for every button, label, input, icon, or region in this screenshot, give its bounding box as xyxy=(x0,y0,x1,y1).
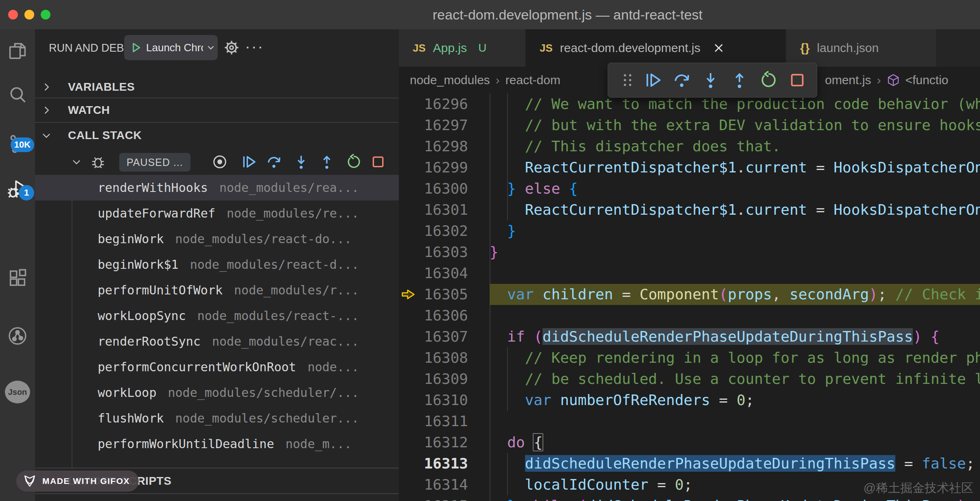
stack-frame[interactable]: workLoopnode_modules/scheduler/... xyxy=(35,380,399,405)
stack-frame[interactable]: performConcurrentWorkOnRootnode... xyxy=(35,354,399,380)
toolbar-drag-handle[interactable] xyxy=(622,73,633,87)
section-variables[interactable]: VARIABLES xyxy=(35,76,399,98)
section-breakpoints[interactable]: BREAKPOINTS xyxy=(35,493,399,501)
code-line[interactable]: 16312do { xyxy=(399,432,980,453)
code-token: = xyxy=(710,392,737,408)
code-token: props xyxy=(728,286,772,303)
breadcrumb-segment[interactable]: react-dom xyxy=(505,73,560,87)
stack-frame[interactable]: updateForwardRefnode_modules/re... xyxy=(35,200,399,226)
breadcrumb-segment[interactable]: oment.js xyxy=(825,73,871,87)
code-token: ; xyxy=(878,286,895,303)
stop-icon[interactable] xyxy=(370,154,386,170)
code-line[interactable]: 16298// This dispatcher does that. xyxy=(399,136,980,157)
code-line[interactable]: 16313didScheduleRenderPhaseUpdateDuringT… xyxy=(399,453,980,474)
chevron-down-icon[interactable] xyxy=(206,42,216,53)
stack-frame[interactable]: flushWorknode_modules/scheduler... xyxy=(35,405,399,431)
section-watch[interactable]: WATCH xyxy=(35,98,399,123)
code-token xyxy=(569,497,578,501)
close-icon[interactable] xyxy=(713,42,725,54)
code-token xyxy=(516,180,525,197)
step-into-icon[interactable] xyxy=(701,71,720,89)
breadcrumb-segment[interactable]: <functio xyxy=(905,73,948,87)
stack-frame[interactable]: performUnitOfWorknode_modules/r... xyxy=(35,277,399,303)
code-token: // but with the extra DEV validation to … xyxy=(525,117,980,133)
gifox-label: MADE WITH GIFOX xyxy=(42,476,130,486)
tab-app-js[interactable]: JS App.js U xyxy=(399,29,525,67)
frame-file-path: node_modules/reac... xyxy=(212,334,359,349)
code-line[interactable]: 16307if (didScheduleRenderPhaseUpdateDur… xyxy=(399,326,980,347)
breadcrumb-tail: oment.js › <functio xyxy=(825,67,948,94)
code-line[interactable]: 16297// but with the extra DEV validatio… xyxy=(399,115,980,136)
title-bar: react-dom.development.js — antd-react-te… xyxy=(0,0,980,30)
code-line[interactable]: 16309// be scheduled. Use a counter to p… xyxy=(399,368,980,390)
code-token: didScheduleRenderPhaseUpdateDuringThisPa… xyxy=(586,497,957,501)
gear-icon[interactable] xyxy=(223,39,240,56)
maximize-window-button[interactable] xyxy=(41,10,50,20)
code-line[interactable]: 16299ReactCurrentDispatcher$1.current = … xyxy=(399,157,980,178)
stack-frame[interactable]: renderRootSyncnode_modules/reac... xyxy=(35,329,399,354)
code-token: current xyxy=(746,201,807,218)
frame-file-path: node_modules/react-... xyxy=(197,309,359,323)
stack-frame[interactable]: beginWork$1node_modules/react-d... xyxy=(35,252,399,277)
code-line[interactable]: 16304 xyxy=(399,263,980,284)
restart-icon[interactable] xyxy=(759,71,778,89)
git-graph-icon[interactable] xyxy=(7,325,28,346)
stop-icon[interactable] xyxy=(788,71,807,89)
restart-icon[interactable] xyxy=(346,154,362,170)
code-token xyxy=(560,180,569,197)
session-chevron-down-icon[interactable] xyxy=(71,156,82,168)
code-line[interactable]: 16308// Keep rendering in a loop for as … xyxy=(399,347,980,368)
step-out-icon[interactable] xyxy=(730,71,749,89)
code-line[interactable]: 16301ReactCurrentDispatcher$1.current = … xyxy=(399,199,980,220)
code-token: = xyxy=(895,455,922,472)
launch-config-button[interactable]: Launch Chro xyxy=(124,35,218,60)
continue-icon[interactable] xyxy=(241,154,257,170)
line-number: 16304 xyxy=(399,263,468,284)
tab-react-dom-development-js[interactable]: JS react-dom.development.js xyxy=(526,29,785,67)
record-circle-icon[interactable] xyxy=(212,154,228,170)
variables-section-label: VARIABLES xyxy=(68,81,135,94)
chevron-right-icon xyxy=(41,105,52,116)
step-out-icon[interactable] xyxy=(319,154,335,170)
frame-file-path: node_modules/scheduler... xyxy=(175,411,359,425)
json-tools-label: Json xyxy=(8,388,27,397)
close-window-button[interactable] xyxy=(8,10,18,20)
code-token: ) xyxy=(957,497,966,501)
explorer-icon[interactable] xyxy=(7,41,28,62)
code-line[interactable]: 16300} else { xyxy=(399,178,980,199)
code-token: , xyxy=(772,286,790,303)
code-line[interactable]: 16310var numberOfReRenders = 0; xyxy=(399,390,980,411)
code-line[interactable]: 16311 xyxy=(399,411,980,432)
code-token: ; xyxy=(746,392,755,408)
stack-frame[interactable]: beginWorknode_modules/react-do... xyxy=(35,226,399,252)
step-over-icon[interactable] xyxy=(266,154,282,170)
start-debug-icon[interactable] xyxy=(130,41,142,54)
line-number: 16309 xyxy=(399,368,468,390)
section-call-stack[interactable]: CALL STACK xyxy=(35,123,399,148)
tab-launch-json[interactable]: {} launch.json xyxy=(786,29,936,67)
extensions-icon[interactable] xyxy=(7,268,28,289)
code-line[interactable]: 16306 xyxy=(399,305,980,326)
code-line[interactable]: 16303} xyxy=(399,242,980,263)
json-tools-icon[interactable]: Json xyxy=(5,381,30,403)
code-line-text xyxy=(490,411,980,432)
more-actions-icon[interactable]: ··· xyxy=(245,29,264,67)
step-over-icon[interactable] xyxy=(672,71,691,89)
search-icon[interactable] xyxy=(7,85,28,106)
breadcrumb-segment[interactable]: node_modules xyxy=(410,73,490,87)
continue-icon[interactable] xyxy=(643,71,662,89)
stack-frame[interactable]: performWorkUntilDeadlinenode_m... xyxy=(35,431,399,457)
stack-frame[interactable]: workLoopSyncnode_modules/react-... xyxy=(35,303,399,329)
minimize-window-button[interactable] xyxy=(24,10,34,20)
chevron-right-icon xyxy=(41,81,52,93)
frame-function-name: performUnitOfWork xyxy=(98,283,223,297)
code-line-text: } else { xyxy=(490,178,980,199)
stack-frame[interactable]: renderWithHooksnode_modules/rea... xyxy=(35,175,399,200)
code-token: = xyxy=(807,201,833,218)
step-into-icon[interactable] xyxy=(293,154,309,170)
code-token: 0 xyxy=(737,392,746,408)
code-line[interactable]: 16305var children = Component(props, sec… xyxy=(399,284,980,305)
code-token: ( xyxy=(719,286,728,303)
code-line[interactable]: 16302} xyxy=(399,220,980,242)
line-number: 16296 xyxy=(399,94,468,115)
